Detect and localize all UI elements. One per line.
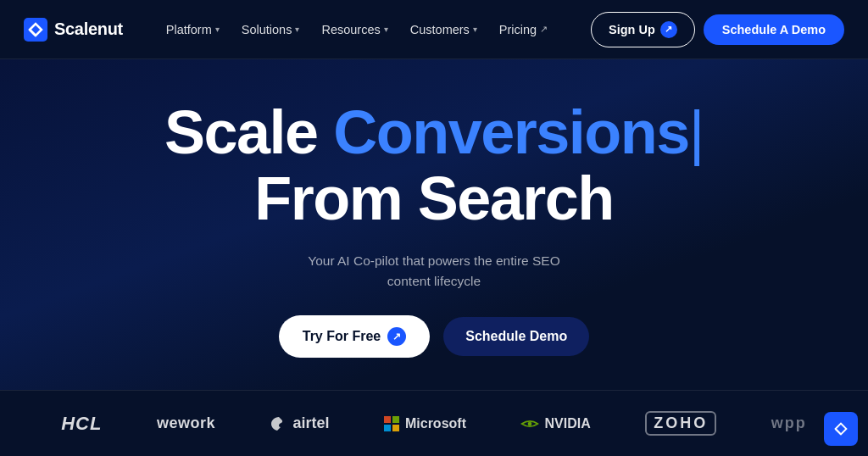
airtel-icon (270, 414, 288, 433)
try-arrow-icon: ↗ (387, 327, 406, 346)
nav-solutions[interactable]: Solutions ▾ (233, 18, 309, 42)
corner-icon-button[interactable] (824, 412, 858, 446)
nvidia-eye-icon (520, 417, 539, 431)
pricing-ext-icon: ↗ (540, 24, 548, 35)
nav-actions: Sign Up ↗ Schedule A Demo (591, 12, 844, 47)
signup-arrow-icon: ↗ (660, 21, 677, 38)
svg-point-1 (528, 421, 532, 425)
logo-text: Scalenut (54, 19, 123, 39)
logo-microsoft: Microsoft (384, 416, 466, 431)
hero-actions: Try For Free ↗ Schedule Demo (279, 315, 590, 358)
nav-platform[interactable]: Platform ▾ (158, 18, 228, 42)
customers-chevron: ▾ (473, 25, 477, 34)
hero-cursor: | (689, 98, 704, 166)
hero-section: Scale Conversions| From Search Your AI C… (0, 59, 868, 390)
logo-airtel: airtel (270, 414, 329, 433)
logo-icon (24, 18, 47, 42)
hero-heading: Scale Conversions| From Search (164, 100, 704, 232)
logo-wework: wework (157, 414, 215, 432)
logo-wpp: wpp (771, 414, 807, 432)
logos-bar: HCL wework airtel Microsoft (0, 390, 868, 456)
navbar: Scalenut Platform ▾ Solutions ▾ Resource… (0, 0, 868, 59)
nav-resources[interactable]: Resources ▾ (313, 18, 396, 42)
schedule-demo-label: Schedule Demo (465, 329, 567, 343)
corner-logo-icon (832, 420, 850, 438)
schedule-demo-nav-button[interactable]: Schedule A Demo (704, 14, 844, 45)
microsoft-grid-icon (384, 416, 399, 431)
nav-customers[interactable]: Customers ▾ (402, 18, 486, 42)
resources-chevron: ▾ (384, 25, 388, 34)
logo-link[interactable]: Scalenut (24, 18, 123, 42)
schedule-demo-nav-label: Schedule A Demo (722, 23, 826, 36)
hero-subtext: Your AI Co-pilot that powers the entire … (307, 251, 561, 292)
try-for-free-label: Try For Free (303, 329, 381, 344)
hero-heading-blue: Conversions (333, 98, 689, 166)
signup-label: Sign Up (609, 23, 655, 36)
nav-pricing[interactable]: Pricing ↗ (491, 18, 556, 42)
logo-hcl: HCL (61, 413, 102, 435)
hero-heading-part2: From Search (254, 164, 614, 232)
svg-rect-0 (24, 18, 47, 42)
schedule-demo-button[interactable]: Schedule Demo (443, 317, 589, 356)
logo-nvidia: NVIDIA (520, 416, 590, 431)
nav-links: Platform ▾ Solutions ▾ Resources ▾ Custo… (158, 18, 556, 42)
platform-chevron: ▾ (215, 25, 220, 34)
solutions-chevron: ▾ (295, 25, 299, 34)
signup-button[interactable]: Sign Up ↗ (591, 12, 695, 47)
hero-heading-part1: Scale (164, 98, 333, 166)
logo-zoho: ZOHO (645, 411, 716, 436)
try-for-free-button[interactable]: Try For Free ↗ (279, 315, 430, 358)
